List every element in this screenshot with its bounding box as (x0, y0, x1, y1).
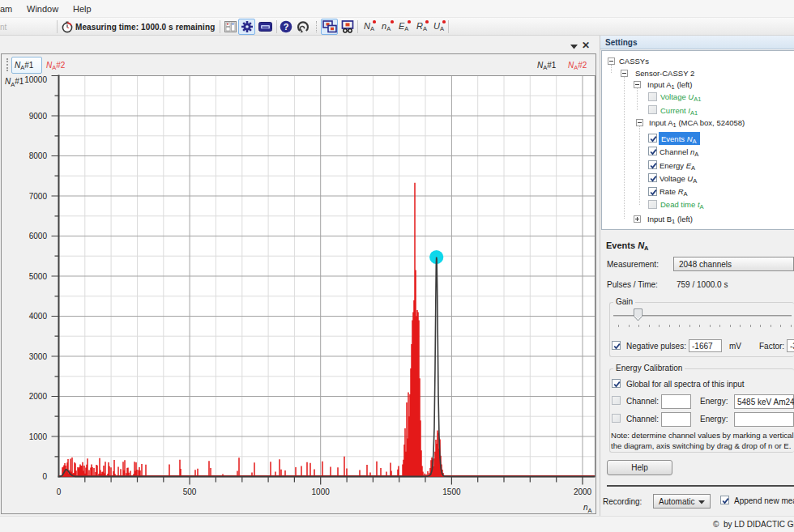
svg-text:500: 500 (183, 487, 197, 496)
svg-text:2000: 2000 (574, 487, 592, 496)
svg-text:nA: nA (583, 503, 592, 514)
svg-text:2000: 2000 (29, 392, 48, 401)
svg-text:5000: 5000 (29, 272, 48, 281)
svg-text:10000: 10000 (24, 75, 47, 84)
svg-text:4000: 4000 (29, 312, 48, 321)
svg-text:3000: 3000 (29, 352, 48, 361)
svg-text:0: 0 (42, 472, 47, 481)
svg-text:7000: 7000 (29, 192, 48, 201)
svg-text:1500: 1500 (442, 487, 461, 496)
svg-text:0: 0 (57, 487, 62, 496)
svg-text:6000: 6000 (29, 232, 48, 240)
svg-text:1000: 1000 (29, 432, 48, 441)
svg-text:9000: 9000 (29, 112, 48, 121)
svg-text:8000: 8000 (29, 151, 48, 160)
svg-text:NA#1: NA#1 (5, 77, 24, 88)
svg-text:1000: 1000 (312, 487, 331, 496)
